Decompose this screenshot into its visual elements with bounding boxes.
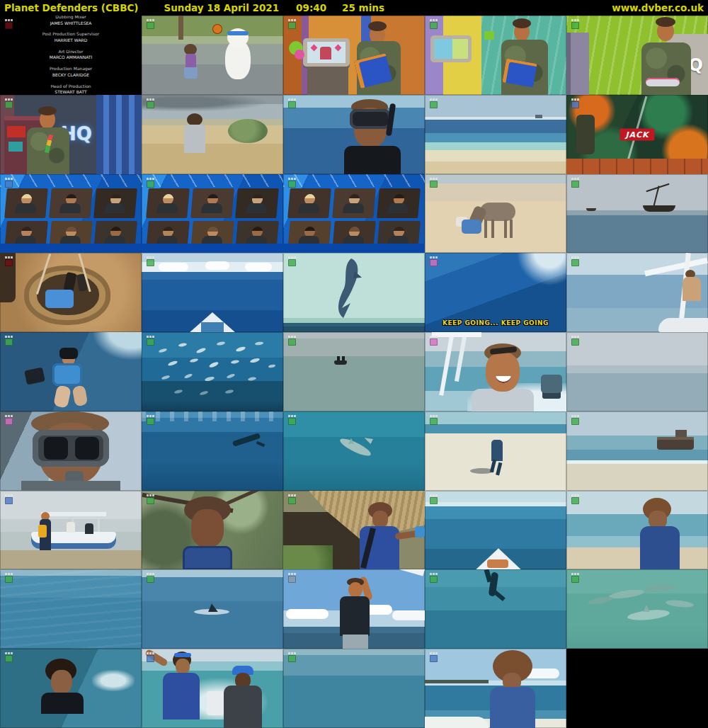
cbbc-logo-icon (5, 19, 14, 29)
cbbc-logo-icon (147, 652, 156, 662)
thumb-woman-boat-selfie (425, 332, 566, 411)
thumb-beach-horizon (425, 95, 566, 174)
camera-figure (24, 368, 45, 385)
cbbc-logo-icon (430, 494, 439, 504)
cbbc-logo-icon (288, 415, 297, 425)
thumb-dolphin-pod (566, 569, 708, 649)
blue-bag-figure (462, 220, 481, 234)
thumb-thatched-hut-man (283, 491, 425, 570)
explorer-figure (576, 115, 595, 154)
cbbc-logo-icon (571, 336, 581, 346)
subtitle-caption: KEEP GOING... KEEP GOING (425, 319, 566, 326)
thumb-boat-canopy-man (283, 569, 425, 649)
dhow-figure (643, 205, 675, 212)
programme-title: Planet Defenders (CBBC) (4, 2, 139, 13)
thumb-boat-bow-open-sea (142, 253, 283, 332)
cbbc-logo-icon (288, 652, 297, 662)
cbbc-logo-icon (288, 19, 297, 29)
blue-box-figure (45, 290, 74, 308)
thumb-beached-ship (566, 411, 708, 491)
thumb-snorkeler-surface (283, 95, 425, 174)
small-boat-figure (334, 360, 347, 365)
cbbc-logo-icon (430, 415, 439, 425)
cbbc-logo-icon (147, 19, 156, 29)
thumb-video-call-2 (142, 174, 283, 254)
dive-mask-figure (350, 109, 391, 129)
cbbc-logo-icon (430, 178, 439, 188)
cbbc-logo-icon (147, 256, 156, 266)
cbbc-logo-icon (288, 178, 297, 188)
ship-figure (657, 437, 694, 450)
cbbc-logo-icon (571, 178, 581, 188)
cbbc-logo-icon (430, 98, 439, 108)
thumb-studio-hq-shelves: HQ (0, 95, 142, 174)
thumb-donkey-beach (425, 174, 566, 254)
thumb-studio-reading-book (283, 16, 425, 95)
cbbc-logo-icon (5, 178, 14, 188)
cbbc-logo-icon (288, 573, 297, 583)
thumb-mask-closeup (0, 411, 142, 491)
thumb-curly-hair-boat (425, 649, 566, 728)
thumb-dolphin-leap (283, 253, 425, 332)
cbbc-logo-icon (147, 415, 156, 425)
outboard-motor-figure (541, 375, 562, 393)
cbbc-logo-icon (5, 573, 14, 583)
man-figure (348, 582, 362, 598)
thumb-dhow-boat (566, 174, 708, 254)
thumb-boat-stern-person (566, 253, 708, 332)
cbbc-logo-icon (5, 336, 14, 346)
thumb-distant-boat (283, 332, 425, 411)
cbbc-logo-icon (571, 573, 581, 583)
woman-figure (486, 352, 520, 392)
cbbc-logo-icon (5, 98, 14, 108)
thumb-studio-screen-left (425, 16, 566, 95)
thumb-swimmer-portrait (0, 649, 142, 728)
thumb-underwater-snorkeler (142, 411, 283, 491)
dolphin-figure (283, 253, 425, 332)
man-face-figure (191, 509, 224, 547)
swimmer-figure (232, 433, 261, 447)
thumb-open-water (0, 569, 142, 649)
cbbc-logo-icon (430, 652, 439, 662)
thumb-two-men-boat (142, 649, 283, 728)
cbbc-logo-icon (147, 494, 156, 504)
thumb-black-frame (566, 649, 708, 728)
thumb-sea-keep-going-caption: KEEP GOING... KEEP GOING (425, 253, 566, 332)
broadcast-date: Sunday 18 April 2021 (164, 2, 280, 13)
thumb-boat-bow-2 (425, 491, 566, 570)
cbbc-logo-icon (571, 256, 581, 266)
thumb-credits: Dubbing MixerJAMES WHITTLESEA Post Produ… (0, 16, 142, 95)
fish-school-figure (142, 332, 283, 411)
cbbc-logo-icon (571, 19, 581, 29)
man-figure (372, 511, 388, 528)
thumb-cartoon-bear-basketball (142, 16, 283, 95)
credits-roll: Dubbing MixerJAMES WHITTLESEA Post Produ… (0, 16, 142, 95)
thumb-dolphin-fin (142, 569, 283, 649)
child-snorkeler-figure (59, 348, 78, 359)
thumb-boat-at-shore (0, 491, 142, 570)
walking-person-figure (491, 440, 503, 461)
cbbc-logo-icon (147, 98, 156, 108)
dolphin-pod-figure (609, 588, 645, 601)
cbbc-logo-icon (288, 494, 297, 504)
cbbc-logo-icon (430, 256, 439, 266)
duration: 25 mins (342, 2, 384, 13)
broadcast-time: 09:40 (296, 2, 326, 13)
website-url: www.dvber.co.uk (612, 2, 704, 13)
cbbc-logo-icon (288, 98, 297, 108)
cbbc-logo-icon (430, 573, 439, 583)
cbbc-logo-icon (288, 256, 297, 266)
cbbc-logo-icon (430, 336, 439, 346)
basketball-figure (212, 24, 222, 34)
thumb-beach-boy (142, 95, 283, 174)
beach-shrub-figure (228, 119, 268, 143)
cbbc-logo-icon (147, 573, 156, 583)
thumb-fish-school (142, 332, 283, 411)
thumb-video-call-3 (283, 174, 425, 254)
thumb-child-snorkeler (0, 332, 142, 411)
cbbc-logo-icon (5, 494, 14, 504)
swimmer-figure (51, 670, 72, 694)
thumb-dolphin-underwater (283, 411, 425, 491)
thumb-freediver (425, 569, 566, 649)
cbbc-logo-icon (571, 494, 581, 504)
